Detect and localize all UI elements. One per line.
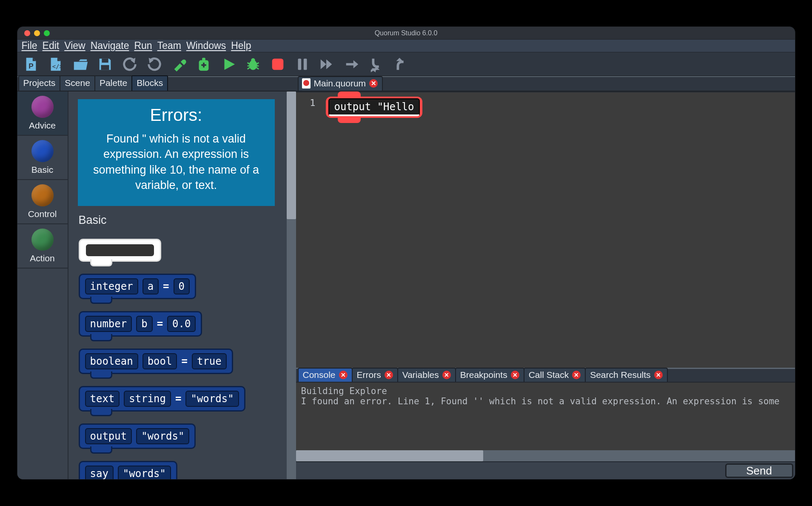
save-icon[interactable] [96, 55, 114, 74]
close-window-icon[interactable] [24, 30, 30, 36]
scrollbar-thumb[interactable] [296, 450, 483, 461]
circle-icon [31, 184, 54, 206]
error-advice-title: Errors: [87, 105, 265, 125]
open-icon[interactable] [71, 55, 90, 74]
tab-errors[interactable]: Errors ✕ [352, 368, 398, 382]
bottom-tabs: Console ✕ Errors ✕ Variables ✕ Breakpoin… [296, 369, 795, 383]
category-advice[interactable]: Advice [17, 91, 68, 136]
minimize-window-icon[interactable] [34, 30, 40, 36]
token: 0.0 [167, 316, 196, 332]
continue-icon[interactable] [318, 55, 336, 74]
traffic-lights [24, 30, 50, 36]
token: = [163, 280, 169, 292]
new-project-icon[interactable]: P [22, 55, 40, 74]
line-number: 1 [296, 97, 316, 108]
tab-projects[interactable]: Projects [18, 75, 61, 91]
menu-file[interactable]: File [20, 40, 39, 51]
editor-gutter: 1 [296, 92, 326, 368]
tab-label: Variables [402, 370, 439, 380]
category-label: Action [30, 253, 54, 263]
tab-variables[interactable]: Variables ✕ [397, 368, 456, 382]
close-tab-icon[interactable]: ✕ [511, 371, 519, 379]
tab-scene[interactable]: Scene [60, 75, 95, 91]
svg-rect-8 [272, 58, 283, 70]
pause-icon[interactable] [293, 55, 312, 74]
menu-help[interactable]: Help [229, 40, 253, 51]
tab-blocks[interactable]: Blocks [131, 75, 168, 91]
editor-body[interactable]: output "Hello [326, 92, 795, 368]
menu-run[interactable]: Run [132, 40, 154, 51]
menu-view[interactable]: View [63, 40, 87, 51]
titlebar: Quorum Studio 6.0.0 [17, 27, 795, 40]
step-over-icon[interactable] [342, 55, 361, 74]
run-icon[interactable] [219, 55, 238, 74]
palette-scrollbar[interactable] [287, 91, 296, 479]
main-split: Projects Scene Palette Blocks Advice Bas… [17, 76, 795, 479]
scrollbar-thumb[interactable] [287, 91, 296, 219]
editor-error-block[interactable]: output "Hello [326, 97, 423, 118]
palette-categories: Advice Basic Control Action [17, 91, 68, 479]
svg-rect-10 [303, 58, 307, 70]
svg-rect-2 [102, 58, 108, 63]
console-h-scrollbar[interactable] [296, 450, 795, 461]
console-output[interactable]: Building Explore I found an error. Line … [296, 383, 795, 450]
build-icon[interactable] [170, 55, 188, 74]
category-action[interactable]: Action [17, 224, 68, 269]
new-file-icon[interactable]: </> [46, 55, 65, 74]
step-into-icon[interactable] [367, 55, 386, 74]
palette-block-number[interactable]: number b = 0.0 [79, 311, 202, 337]
menu-edit[interactable]: Edit [41, 40, 61, 51]
file-icon [302, 78, 311, 89]
send-button[interactable]: Send [725, 463, 793, 478]
close-tab-icon[interactable]: ✕ [369, 79, 378, 88]
token: = [175, 393, 181, 405]
token: true [192, 353, 227, 369]
close-tab-icon[interactable]: ✕ [442, 371, 451, 379]
menu-team[interactable]: Team [156, 40, 183, 51]
close-tab-icon[interactable]: ✕ [385, 371, 393, 379]
palette-block-blank[interactable] [79, 239, 161, 262]
console-input[interactable] [296, 462, 724, 479]
palette-column: Errors: Found " which is not a valid exp… [68, 91, 296, 479]
editor-area[interactable]: 1 output "Hello [296, 91, 795, 368]
clean-build-icon[interactable] [194, 55, 213, 74]
undo-icon[interactable] [120, 55, 139, 74]
right-pane: Main.quorum ✕ 1 output "Hello Console [296, 77, 795, 479]
palette-block-integer[interactable]: integer a = 0 [79, 274, 197, 299]
token: "words" [118, 466, 171, 479]
palette-scroll[interactable]: Errors: Found " which is not a valid exp… [68, 91, 287, 479]
token: = [181, 355, 187, 367]
close-tab-icon[interactable]: ✕ [339, 371, 348, 379]
window-title: Quorum Studio 6.0.0 [50, 29, 763, 37]
svg-rect-3 [101, 65, 109, 69]
step-out-icon[interactable] [392, 55, 410, 74]
editor-tab-main[interactable]: Main.quorum ✕ [298, 76, 383, 91]
error-advice-card: Errors: Found " which is not a valid exp… [78, 99, 275, 206]
palette-block-output[interactable]: output "words" [79, 423, 196, 449]
token: bool [142, 353, 177, 369]
circle-icon [31, 140, 54, 162]
tab-callstack[interactable]: Call Stack ✕ [524, 368, 586, 382]
menu-navigate[interactable]: Navigate [89, 40, 131, 51]
category-control[interactable]: Control [17, 180, 68, 224]
menu-windows[interactable]: Windows [185, 40, 228, 51]
redo-icon[interactable] [145, 55, 164, 74]
editor-error-text[interactable]: output "Hello [328, 98, 420, 116]
close-tab-icon[interactable]: ✕ [572, 371, 581, 379]
tab-search-results[interactable]: Search Results ✕ [585, 368, 667, 382]
tab-console[interactable]: Console ✕ [298, 368, 353, 382]
palette-block-say[interactable]: say "words" [79, 461, 178, 479]
debug-icon[interactable] [244, 55, 262, 74]
tab-breakpoints[interactable]: Breakpoints ✕ [455, 368, 524, 382]
palette-block-text[interactable]: text string = "words" [79, 386, 245, 412]
token: output [85, 428, 132, 444]
palette-block-boolean[interactable]: boolean bool = true [79, 349, 233, 374]
close-tab-icon[interactable]: ✕ [654, 371, 663, 379]
toolbar: P </> [17, 52, 795, 76]
zoom-window-icon[interactable] [44, 30, 50, 36]
stop-icon[interactable] [268, 55, 287, 74]
tab-palette[interactable]: Palette [94, 75, 132, 91]
category-basic[interactable]: Basic [17, 136, 68, 180]
tab-label: Search Results [590, 370, 650, 380]
left-pane: Projects Scene Palette Blocks Advice Bas… [17, 77, 296, 479]
